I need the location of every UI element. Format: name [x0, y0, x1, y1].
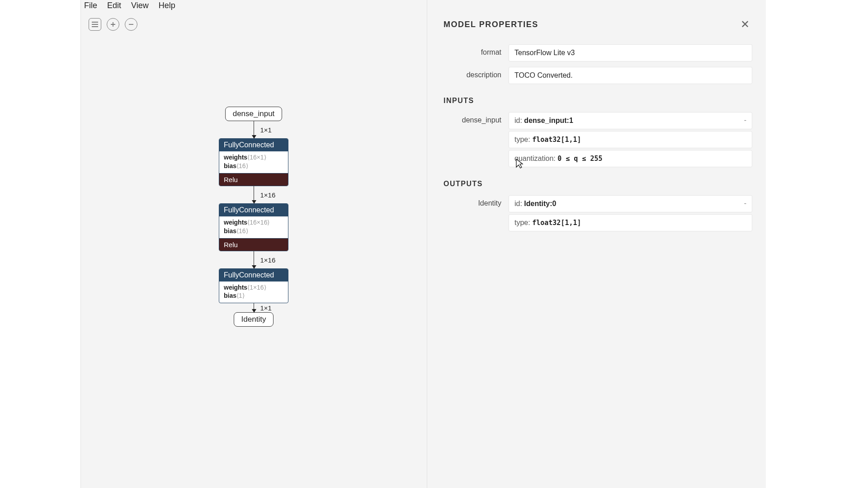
- attr-weights-label: weights: [224, 284, 247, 291]
- op-node-fullyconnected[interactable]: FullyConnected weights⟨16×16⟩ bias⟨16⟩ R…: [219, 203, 288, 251]
- field-key: type:: [514, 219, 530, 226]
- input-type-field[interactable]: type: float32[1,1]: [509, 131, 752, 148]
- input-row: dense_input id: dense_input:1 type: floa…: [443, 112, 752, 167]
- attr-weights-label: weights: [224, 154, 247, 161]
- attr-bias-label: bias: [224, 292, 236, 299]
- panel-title: MODEL PROPERTIES: [443, 20, 538, 29]
- property-label: description: [443, 67, 509, 79]
- graph-edge: 1×16: [254, 251, 254, 268]
- edge-shape: 1×1: [260, 126, 272, 134]
- attr-bias-dim: ⟨1⟩: [236, 292, 245, 299]
- attr-weights-dim: ⟨16×1⟩: [247, 154, 266, 161]
- close-icon: ✕: [741, 18, 750, 30]
- graph-edge: 1×1: [254, 303, 254, 312]
- input-id-field[interactable]: id: dense_input:1: [509, 112, 752, 129]
- output-row: Identity id: Identity:0 type: float32[1,…: [443, 195, 752, 231]
- input-name: dense_input: [443, 112, 509, 124]
- graph-edge: 1×16: [254, 186, 254, 203]
- model-graph: dense_input 1×1 FullyConnected weights⟨1…: [219, 107, 288, 327]
- field-value: float32[1,1]: [532, 136, 581, 144]
- property-value[interactable]: TOCO Converted.: [509, 67, 752, 84]
- field-key: id:: [514, 200, 522, 207]
- attr-weights-dim: ⟨16×16⟩: [247, 219, 269, 226]
- attr-bias-dim: ⟨16⟩: [236, 227, 248, 235]
- op-attrs: weights⟨16×1⟩ bias⟨16⟩: [219, 151, 288, 173]
- edge-shape: 1×16: [260, 191, 276, 198]
- graph-canvas[interactable]: dense_input 1×1 FullyConnected weights⟨1…: [80, 0, 427, 488]
- op-activation: Relu: [219, 173, 288, 186]
- field-key: type:: [514, 136, 530, 143]
- field-key: quantization:: [514, 155, 556, 162]
- property-format: format TensorFlow Lite v3: [443, 44, 752, 61]
- attr-weights-label: weights: [224, 219, 247, 226]
- op-activation: Relu: [219, 238, 288, 251]
- field-key: id:: [514, 117, 522, 124]
- attr-bias-label: bias: [224, 227, 236, 235]
- op-node-fullyconnected[interactable]: FullyConnected weights⟨1×16⟩ bias⟨1⟩: [219, 268, 288, 304]
- inputs-heading: INPUTS: [443, 97, 752, 105]
- property-description: description TOCO Converted.: [443, 67, 752, 84]
- property-value[interactable]: TensorFlow Lite v3: [509, 44, 752, 61]
- graph-edge: 1×1: [254, 121, 254, 138]
- close-button[interactable]: ✕: [738, 17, 752, 32]
- output-type-field[interactable]: type: float32[1,1]: [509, 214, 752, 231]
- outputs-heading: OUTPUTS: [443, 180, 752, 188]
- field-value: float32[1,1]: [532, 219, 581, 227]
- input-quantization-field[interactable]: quantization: 0 ≤ q ≤ 255: [509, 150, 752, 167]
- edge-shape: 1×1: [260, 304, 272, 312]
- field-value: Identity:0: [524, 200, 556, 207]
- properties-panel: MODEL PROPERTIES ✕ format TensorFlow Lit…: [427, 0, 766, 488]
- op-node-fullyconnected[interactable]: FullyConnected weights⟨16×1⟩ bias⟨16⟩ Re…: [219, 138, 288, 186]
- property-label: format: [443, 44, 509, 56]
- attr-bias-dim: ⟨16⟩: [236, 162, 248, 169]
- op-title: FullyConnected: [219, 139, 288, 151]
- op-title: FullyConnected: [219, 204, 288, 216]
- output-name: Identity: [443, 195, 509, 207]
- output-node[interactable]: Identity: [234, 312, 274, 327]
- attr-bias-label: bias: [224, 162, 236, 169]
- attr-weights-dim: ⟨1×16⟩: [247, 284, 266, 291]
- op-title: FullyConnected: [219, 269, 288, 282]
- output-id-field[interactable]: id: Identity:0: [509, 195, 752, 212]
- op-attrs: weights⟨1×16⟩ bias⟨1⟩: [219, 282, 288, 303]
- input-node[interactable]: dense_input: [225, 107, 283, 121]
- edge-shape: 1×16: [260, 256, 276, 263]
- field-value: dense_input:1: [524, 117, 573, 124]
- field-value: 0 ≤ q ≤ 255: [557, 155, 602, 163]
- op-attrs: weights⟨16×16⟩ bias⟨16⟩: [219, 216, 288, 238]
